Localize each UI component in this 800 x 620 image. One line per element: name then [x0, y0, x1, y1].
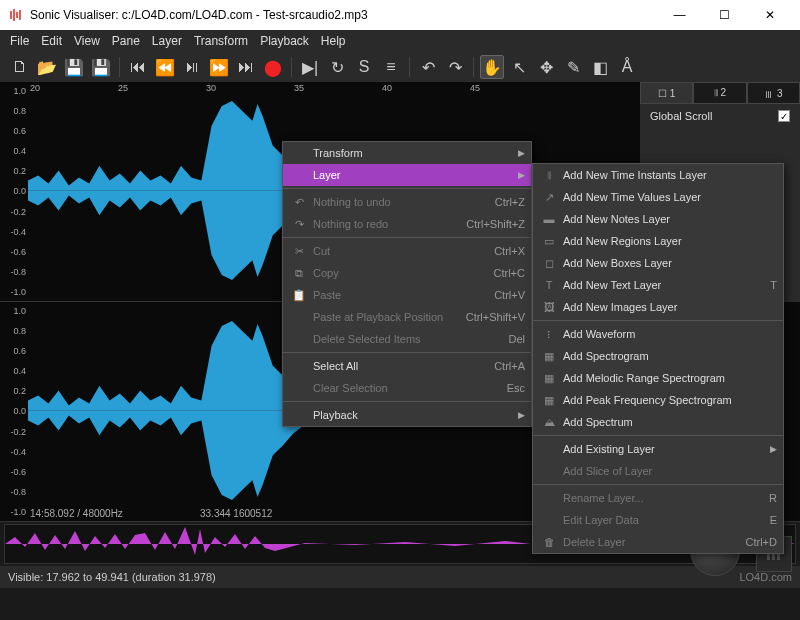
menu-playback[interactable]: Playback [254, 32, 315, 50]
menu-item-label: Add New Notes Layer [559, 213, 777, 225]
pane-sample-info: 33.344 1600512 [200, 508, 272, 519]
layer-item-6[interactable]: 🖼Add New Images Layer [533, 296, 783, 318]
erase-tool-icon[interactable]: ◧ [588, 55, 612, 79]
menu-item-icon: ▬ [539, 213, 559, 225]
ctx-item-7: ⧉CopyCtrl+C [283, 262, 531, 284]
layer-item-8[interactable]: ⫶Add Waveform [533, 323, 783, 345]
measure-tool-icon[interactable]: Å [615, 55, 639, 79]
submenu-arrow-icon: ▶ [512, 410, 525, 420]
global-scroll-option: Global Scroll ✓ [640, 104, 800, 128]
menu-item-label: Add Existing Layer [559, 443, 764, 455]
menu-item-shortcut: Ctrl+Shift+Z [446, 218, 525, 230]
align-icon[interactable]: ≡ [379, 55, 403, 79]
menu-pane[interactable]: Pane [106, 32, 146, 50]
menu-item-shortcut: Ctrl+Z [475, 196, 525, 208]
play-pause-icon[interactable]: ⏯ [180, 55, 204, 79]
save-icon[interactable]: 💾 [62, 55, 86, 79]
menu-item-label: Paste at Playback Position [309, 311, 446, 323]
menu-view[interactable]: View [68, 32, 106, 50]
menu-item-shortcut: Ctrl+A [474, 360, 525, 372]
menu-item-label: Cut [309, 245, 474, 257]
menu-item-icon: 📋 [289, 289, 309, 302]
save-as-icon[interactable]: 💾 [89, 55, 113, 79]
loop-icon[interactable]: ↻ [325, 55, 349, 79]
open-file-icon[interactable]: 📂 [35, 55, 59, 79]
move-tool-icon[interactable]: ✥ [534, 55, 558, 79]
menu-item-label: Layer [309, 169, 512, 181]
ctx-item-12[interactable]: Select AllCtrl+A [283, 355, 531, 377]
tab-3[interactable]: ⫼ 3 [747, 82, 800, 104]
y-axis: 1.00.80.60.40.20.0-0.2-0.4-0.6-0.8-1.0 [0, 82, 28, 301]
layer-item-2[interactable]: ▬Add New Notes Layer [533, 208, 783, 230]
status-visible-range: Visible: 17.962 to 49.941 (duration 31.9… [8, 571, 216, 583]
pane-time-info: 14:58.092 / 48000Hz [30, 508, 123, 519]
menu-file[interactable]: File [4, 32, 35, 50]
menu-item-shortcut: Ctrl+C [474, 267, 525, 279]
menu-bar: File Edit View Pane Layer Transform Play… [0, 30, 800, 52]
tab-1[interactable]: ☐ 1 [640, 82, 693, 104]
context-menu: Transform▶Layer▶↶Nothing to undoCtrl+Z↷N… [282, 141, 532, 427]
layer-item-14[interactable]: Add Existing Layer▶ [533, 438, 783, 460]
solo-icon[interactable]: S [352, 55, 376, 79]
menu-item-label: Add Melodic Range Spectrogram [559, 372, 777, 384]
menu-item-shortcut: Ctrl+V [474, 289, 525, 301]
menu-transform[interactable]: Transform [188, 32, 254, 50]
close-button[interactable]: ✕ [747, 0, 792, 30]
ctx-item-9: Paste at Playback PositionCtrl+Shift+V [283, 306, 531, 328]
svg-rect-3 [19, 10, 21, 20]
menu-item-icon: ▭ [539, 235, 559, 248]
menu-item-label: Add New Time Values Layer [559, 191, 777, 203]
menu-item-icon: ↶ [289, 196, 309, 209]
layer-item-0[interactable]: ⦀Add New Time Instants Layer [533, 164, 783, 186]
menu-item-shortcut: R [749, 492, 777, 504]
menu-item-icon: ⛰ [539, 416, 559, 428]
menu-item-label: Add Spectrum [559, 416, 777, 428]
submenu-arrow-icon: ▶ [512, 170, 525, 180]
redo-icon[interactable]: ↷ [443, 55, 467, 79]
layer-item-1[interactable]: ↗Add New Time Values Layer [533, 186, 783, 208]
ctx-item-1[interactable]: Layer▶ [283, 164, 531, 186]
menu-item-icon: 🖼 [539, 301, 559, 313]
layer-item-18: Edit Layer DataE [533, 509, 783, 531]
menu-item-label: Add Waveform [559, 328, 777, 340]
global-scroll-checkbox[interactable]: ✓ [778, 110, 790, 122]
menu-item-shortcut: T [750, 279, 777, 291]
ctx-item-0[interactable]: Transform▶ [283, 142, 531, 164]
new-file-icon[interactable]: 🗋 [8, 55, 32, 79]
layer-item-9[interactable]: ▦Add Spectrogram [533, 345, 783, 367]
minimize-button[interactable]: — [657, 0, 702, 30]
menu-help[interactable]: Help [315, 32, 352, 50]
layer-item-10[interactable]: ▦Add Melodic Range Spectrogram [533, 367, 783, 389]
layer-item-4[interactable]: ◻Add New Boxes Layer [533, 252, 783, 274]
menu-item-label: Playback [309, 409, 512, 421]
menu-item-icon: ⧉ [289, 267, 309, 280]
navigate-tool-icon[interactable]: ✋ [480, 55, 504, 79]
draw-tool-icon[interactable]: ✎ [561, 55, 585, 79]
record-icon[interactable]: ⬤ [261, 55, 285, 79]
menu-item-label: Add Peak Frequency Spectrogram [559, 394, 777, 406]
forward-icon[interactable]: ⏩ [207, 55, 231, 79]
rewind-start-icon[interactable]: ⏮ [126, 55, 150, 79]
menu-item-label: Add New Time Instants Layer [559, 169, 777, 181]
undo-icon[interactable]: ↶ [416, 55, 440, 79]
layer-item-12[interactable]: ⛰Add Spectrum [533, 411, 783, 433]
layer-item-19: 🗑Delete LayerCtrl+D [533, 531, 783, 553]
forward-end-icon[interactable]: ⏭ [234, 55, 258, 79]
play-selection-icon[interactable]: ▶| [298, 55, 322, 79]
layer-item-5[interactable]: TAdd New Text LayerT [533, 274, 783, 296]
maximize-button[interactable]: ☐ [702, 0, 747, 30]
menu-item-icon: ▦ [539, 394, 559, 407]
menu-layer[interactable]: Layer [146, 32, 188, 50]
menu-edit[interactable]: Edit [35, 32, 68, 50]
select-tool-icon[interactable]: ↖ [507, 55, 531, 79]
ctx-item-6: ✂CutCtrl+X [283, 240, 531, 262]
menu-item-icon: ✂ [289, 245, 309, 258]
layer-item-3[interactable]: ▭Add New Regions Layer [533, 230, 783, 252]
tab-2[interactable]: ⫴ 2 [693, 82, 746, 104]
window-titlebar: Sonic Visualiser: c:/LO4D.com/LO4D.com -… [0, 0, 800, 30]
menu-item-icon: ◻ [539, 257, 559, 270]
menu-item-icon: 🗑 [539, 536, 559, 548]
layer-item-11[interactable]: ▦Add Peak Frequency Spectrogram [533, 389, 783, 411]
rewind-icon[interactable]: ⏪ [153, 55, 177, 79]
ctx-item-15[interactable]: Playback▶ [283, 404, 531, 426]
